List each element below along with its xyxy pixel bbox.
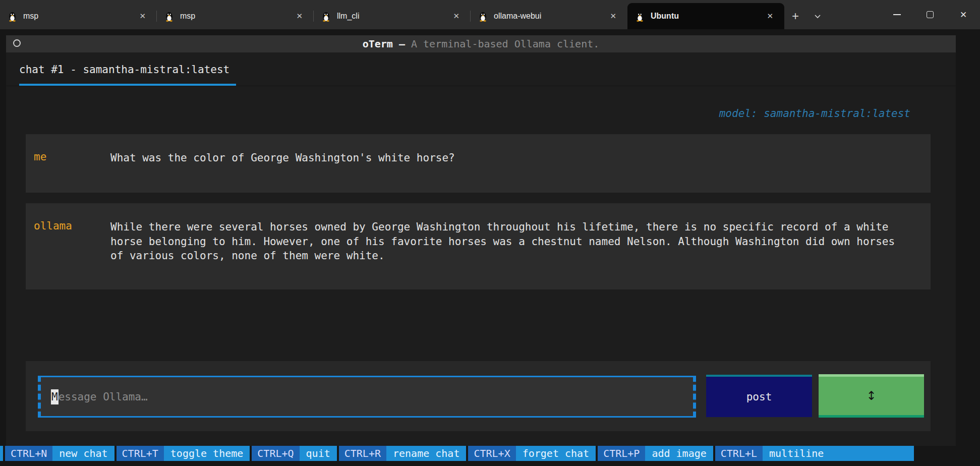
binding-key: CTRL+R bbox=[339, 446, 386, 461]
tab-close-icon[interactable]: ✕ bbox=[607, 11, 619, 22]
binding-rename-chat[interactable]: CTRL+Rrename chat bbox=[339, 446, 467, 461]
app-subtitle: A terminal-based Ollama client. bbox=[411, 38, 599, 50]
binding-key: CTRL+N bbox=[5, 446, 52, 461]
chat-tab-active-underline bbox=[19, 84, 236, 86]
tux-penguin-icon bbox=[322, 11, 330, 22]
tux-penguin-icon bbox=[479, 11, 487, 22]
input-placeholder: essage Ollama… bbox=[59, 391, 148, 403]
tab-dropdown-button[interactable] bbox=[806, 5, 829, 27]
tux-penguin-icon bbox=[165, 11, 174, 22]
binding-toggle-theme[interactable]: CTRL+Ttoggle theme bbox=[117, 446, 250, 461]
text-cursor: M bbox=[51, 389, 59, 404]
message-text: What was the color of George Washington'… bbox=[110, 151, 907, 165]
chevron-down-icon bbox=[814, 14, 821, 19]
message-text: While there were several horses owned by… bbox=[110, 220, 907, 263]
binding-action: new chat bbox=[52, 446, 114, 461]
terminal-window: msp ✕ msp ✕ llm_cli ✕ ollama-webui ✕ Ubu… bbox=[0, 0, 980, 466]
oterm-header: oTerm — A terminal-based Ollama client. bbox=[6, 35, 956, 52]
binding-action: toggle theme bbox=[164, 446, 250, 461]
expand-input-button[interactable]: ↕ bbox=[819, 374, 924, 418]
window-tab-bar: msp ✕ msp ✕ llm_cli ✕ ollama-webui ✕ Ubu… bbox=[0, 0, 980, 29]
app-title: oTerm — bbox=[363, 38, 405, 50]
up-down-arrow-icon: ↕ bbox=[866, 389, 876, 403]
close-window-button[interactable]: ✕ bbox=[947, 0, 980, 29]
message-role-label: ollama bbox=[34, 220, 72, 232]
tab-label: ollama-webui bbox=[494, 12, 541, 21]
terminal-tab-msp-2[interactable]: msp ✕ bbox=[157, 3, 314, 29]
new-tab-button[interactable]: + bbox=[784, 5, 806, 27]
tab-label: msp bbox=[180, 12, 195, 21]
tab-close-icon[interactable]: ✕ bbox=[136, 11, 149, 22]
footer-lead bbox=[0, 446, 3, 461]
maximize-button[interactable] bbox=[913, 0, 947, 29]
binding-forget-chat[interactable]: CTRL+Xforget chat bbox=[468, 446, 596, 461]
binding-key: CTRL+Q bbox=[252, 446, 299, 461]
window-controls: ✕ bbox=[880, 0, 980, 29]
binding-action: quit bbox=[300, 446, 337, 461]
minimize-button[interactable] bbox=[880, 0, 913, 29]
chat-message-assistant: ollama While there were several horses o… bbox=[26, 203, 931, 289]
binding-key: CTRL+P bbox=[598, 446, 645, 461]
tab-close-icon[interactable]: ✕ bbox=[450, 11, 463, 22]
terminal-tab-ubuntu-active[interactable]: Ubuntu ✕ bbox=[627, 3, 784, 29]
circle-icon bbox=[13, 39, 21, 47]
maximize-icon bbox=[927, 11, 934, 18]
binding-key: CTRL+L bbox=[715, 446, 763, 461]
input-section: Message Ollama… post ↕ bbox=[26, 361, 931, 431]
terminal-tab-ollama-webui[interactable]: ollama-webui ✕ bbox=[471, 3, 627, 29]
tab-label: Ubuntu bbox=[651, 12, 679, 21]
binding-key: CTRL+X bbox=[468, 446, 515, 461]
chat-tab[interactable]: chat #1 - samantha-mistral:latest bbox=[19, 64, 229, 76]
binding-multiline[interactable]: CTRL+Lmultiline bbox=[715, 446, 914, 461]
tab-label: llm_cli bbox=[337, 12, 359, 21]
binding-action: add image bbox=[645, 446, 713, 461]
post-button[interactable]: post bbox=[706, 375, 812, 417]
tux-penguin-icon bbox=[8, 11, 17, 22]
keybinding-footer: CTRL+Nnew chat CTRL+Ttoggle theme CTRL+Q… bbox=[0, 446, 914, 461]
binding-quit[interactable]: CTRL+Qquit bbox=[252, 446, 336, 461]
chat-tab-track bbox=[6, 86, 956, 86]
terminal-tab-llm-cli[interactable]: llm_cli ✕ bbox=[314, 3, 471, 29]
message-role-label: me bbox=[34, 151, 46, 163]
binding-add-image[interactable]: CTRL+Padd image bbox=[598, 446, 713, 461]
binding-action: multiline bbox=[763, 446, 914, 461]
model-label: model: samantha-mistral:latest bbox=[719, 107, 910, 120]
terminal-tab-msp-1[interactable]: msp ✕ bbox=[0, 3, 157, 29]
tux-penguin-icon bbox=[636, 11, 644, 22]
binding-new-chat[interactable]: CTRL+Nnew chat bbox=[5, 446, 114, 461]
tab-label: msp bbox=[23, 12, 38, 21]
binding-action: rename chat bbox=[386, 446, 466, 461]
oterm-app: oTerm — A terminal-based Ollama client. … bbox=[6, 35, 956, 446]
tab-close-icon[interactable]: ✕ bbox=[293, 11, 306, 22]
message-input[interactable]: Message Ollama… bbox=[38, 376, 696, 418]
tab-close-icon[interactable]: ✕ bbox=[764, 11, 776, 22]
chat-message-user: me What was the color of George Washingt… bbox=[26, 134, 931, 193]
binding-action: forget chat bbox=[516, 446, 596, 461]
minimize-icon bbox=[893, 14, 901, 15]
binding-key: CTRL+T bbox=[117, 446, 164, 461]
